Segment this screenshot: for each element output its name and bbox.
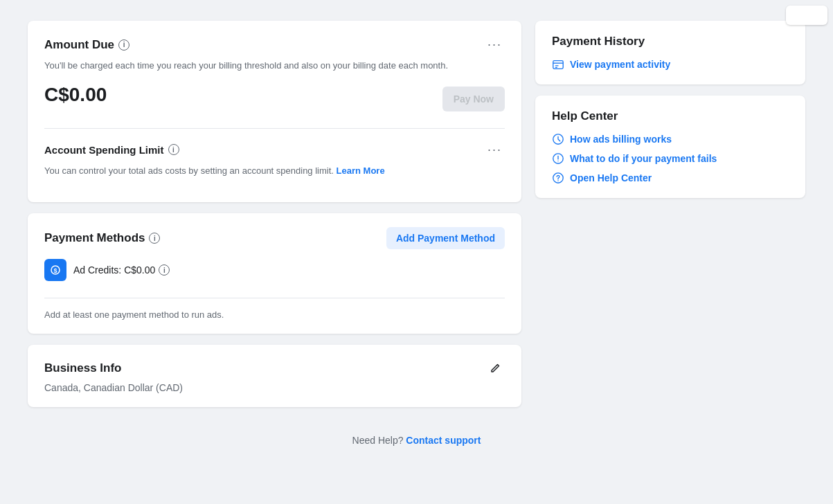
payment-methods-title: Payment Methods i — [44, 231, 160, 245]
payment-history-title: Payment History — [552, 35, 789, 48]
svg-point-5 — [557, 161, 558, 161]
amount-due-title: Amount Due i — [44, 38, 129, 52]
how-ads-billing-works-link[interactable]: How ads billing works — [552, 133, 789, 145]
top-right-button — [786, 6, 827, 25]
payment-methods-card: Payment Methods i Add Payment Method $ A… — [28, 213, 521, 334]
ad-credits-info-icon[interactable]: i — [159, 264, 170, 276]
amount-due-title-text: Amount Due — [44, 38, 114, 52]
account-spending-limit-section: Account Spending Limit i ··· — [44, 140, 505, 160]
contact-support-link[interactable]: Contact support — [406, 435, 481, 446]
help-center-icon — [552, 172, 564, 184]
help-links: How ads billing works What to do if your… — [552, 133, 789, 184]
amount-due-card: Amount Due i ··· You'll be charged each … — [28, 21, 521, 202]
learn-more-link[interactable]: Learn More — [337, 165, 385, 176]
business-info-title-text: Business Info — [44, 361, 121, 375]
ad-credits-text: Ad Credits: C$0.00 — [73, 264, 155, 276]
business-info-text: Canada, Canadian Dollar (CAD) — [44, 382, 505, 393]
billing-icon — [552, 133, 564, 145]
amount-due-more-icon[interactable]: ··· — [485, 35, 505, 55]
payment-fails-icon — [552, 152, 564, 165]
account-spending-limit-title-text: Account Spending Limit — [44, 144, 164, 156]
business-info-title: Business Info — [44, 361, 121, 375]
payment-methods-divider — [44, 298, 505, 298]
edit-business-info-icon[interactable] — [485, 359, 505, 378]
side-column: Payment History View payment activity He… — [535, 21, 805, 407]
open-help-center-link[interactable]: Open Help Center — [552, 172, 789, 184]
payment-activity-icon — [552, 58, 564, 71]
svg-point-7 — [557, 180, 558, 181]
ad-credits-label: Ad Credits: C$0.00 i — [73, 264, 170, 276]
main-column: Amount Due i ··· You'll be charged each … — [28, 21, 521, 407]
svg-text:$: $ — [53, 267, 57, 274]
payment-fails-link[interactable]: What to do if your payment fails — [552, 152, 789, 165]
amount-due-info-icon[interactable]: i — [118, 39, 129, 51]
no-payment-text: Add at least one payment method to run a… — [44, 309, 505, 320]
account-spending-limit-info-icon[interactable]: i — [168, 144, 179, 155]
open-help-center-text: Open Help Center — [570, 172, 652, 183]
help-center-card: Help Center How ads billing works W — [535, 96, 805, 198]
ad-credits-row: $ Ad Credits: C$0.00 i — [44, 253, 505, 287]
divider — [44, 128, 505, 129]
how-ads-billing-works-text: How ads billing works — [570, 134, 672, 145]
amount-due-description: You'll be charged each time you reach yo… — [44, 59, 505, 73]
payment-fails-text: What to do if your payment fails — [570, 153, 717, 164]
ad-credits-icon: $ — [44, 259, 66, 281]
payment-history-card: Payment History View payment activity — [535, 21, 805, 84]
add-payment-method-button[interactable]: Add Payment Method — [386, 227, 505, 249]
payment-methods-info-icon[interactable]: i — [149, 233, 160, 244]
account-spending-limit-description: You can control your total ads costs by … — [44, 164, 505, 178]
need-help-text: Need Help? — [352, 435, 404, 446]
pay-now-button[interactable]: Pay Now — [442, 87, 505, 111]
help-center-title: Help Center — [552, 109, 789, 123]
account-spending-limit-more-icon[interactable]: ··· — [485, 140, 505, 160]
account-spending-limit-title: Account Spending Limit i — [44, 144, 179, 156]
svg-rect-2 — [553, 61, 563, 69]
account-spending-limit-desc-text: You can control your total ads costs by … — [44, 165, 334, 176]
view-payment-activity-text: View payment activity — [570, 59, 670, 70]
payment-methods-title-text: Payment Methods — [44, 231, 145, 245]
view-payment-activity-link[interactable]: View payment activity — [552, 58, 789, 71]
footer: Need Help? Contact support — [0, 428, 833, 453]
amount-due-value: C$0.00 — [44, 84, 505, 106]
business-info-card: Business Info Canada, Canadian Dollar (C… — [28, 345, 521, 407]
